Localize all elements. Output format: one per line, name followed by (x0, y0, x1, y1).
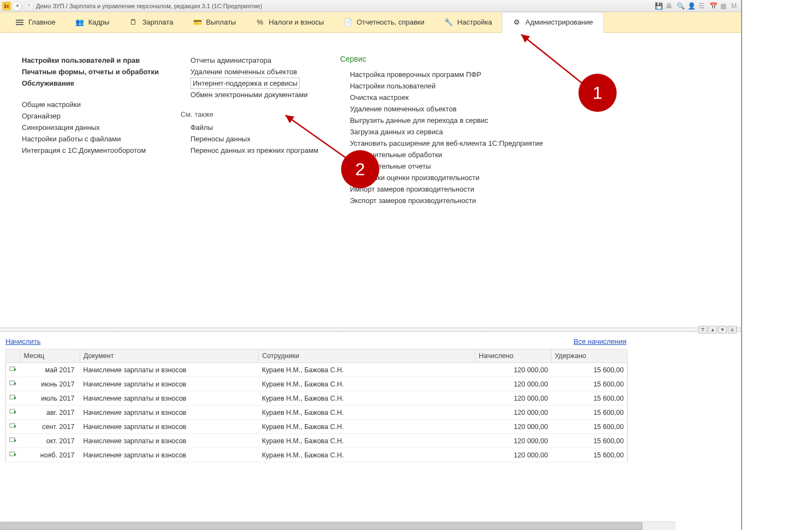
link-data-transfers[interactable]: Переносы данных (181, 133, 318, 145)
cell-acc: 120 000,00 (475, 377, 551, 391)
nav-main[interactable]: Главное (5, 12, 65, 33)
th-ded[interactable]: Удержано (551, 349, 627, 363)
th-doc[interactable]: Документ (80, 349, 259, 363)
cell-month: нояб. 2017 (20, 448, 80, 462)
cell-doc: Начисление зарплаты и взносов (80, 363, 259, 377)
people-icon: 👥 (75, 18, 84, 27)
cell-acc: 120 000,00 (475, 434, 551, 448)
cell-emp: Кураев Н.М., Бажова С.Н. (259, 363, 475, 377)
document-icon (9, 394, 17, 401)
link-edoc-exchange[interactable]: Обмен электронными документами (181, 89, 318, 100)
main-nav: Главное 👥 Кадры 🗒 Зарплата 💳 Выплаты % Н… (0, 12, 741, 33)
link-internet-support[interactable]: Интернет-поддержка и сервисы (190, 78, 300, 89)
split-up-icon[interactable]: ▲ (708, 326, 717, 334)
link-general-settings[interactable]: Общие настройки (22, 99, 159, 110)
link-delete-marked[interactable]: Удаление помеченных объектов (181, 66, 318, 78)
srv-clean[interactable]: Очистка настроек (340, 92, 543, 103)
th-month[interactable]: Месяц (20, 349, 80, 363)
save-icon[interactable]: 💾 (655, 2, 662, 10)
srv-webext[interactable]: Установить расширение для веб-клиента 1С… (340, 138, 543, 149)
annotation-badge-2: 2 (341, 150, 379, 188)
srv-pfr[interactable]: Настройка проверочных программ ПФР (340, 69, 543, 80)
table-row[interactable]: июнь 2017Начисление зарплаты и взносовКу… (6, 377, 628, 391)
srv-perfexp[interactable]: Экспорт замеров производительности (340, 195, 543, 206)
calendar-icon[interactable]: 📅 (709, 2, 717, 10)
link-user-rights[interactable]: Настройки пользователей и прав (22, 55, 159, 66)
link-organizer[interactable]: Органайзер (22, 110, 159, 122)
cell-acc: 120 000,00 (475, 420, 551, 434)
link-1c-docflow[interactable]: Интеграция с 1С:Документооборотом (22, 145, 159, 156)
nav-zarplata[interactable]: 🗒 Зарплата (120, 12, 183, 33)
link-files[interactable]: Файлы (181, 122, 318, 133)
cell-icon (6, 391, 21, 406)
nav-label: Кадры (88, 18, 110, 26)
cell-icon (6, 448, 21, 462)
splitter[interactable]: ⇈ ▲ ▼ ⇊ (0, 327, 741, 332)
srv-delmarked[interactable]: Удаление помеченных объектов (340, 103, 543, 115)
link-file-settings[interactable]: Настройки работы с файлами (22, 133, 159, 145)
cell-emp: Кураев Н.М., Бажова С.Н. (259, 377, 475, 391)
split-down-full-icon[interactable]: ⇊ (728, 326, 737, 334)
print-icon[interactable]: 🖶 (666, 2, 673, 10)
fwd-button[interactable]: ▼ (24, 1, 34, 11)
svg-rect-4 (10, 395, 15, 399)
svg-rect-6 (10, 424, 15, 427)
nav-admin[interactable]: ⚙ Администрирование (502, 12, 604, 33)
cell-icon (6, 363, 21, 377)
cell-icon (6, 434, 21, 448)
cell-doc: Начисление зарплаты и взносов (80, 406, 259, 420)
window-title: Демо ЗУП / Зарплата и управление персона… (36, 3, 655, 9)
m-icon[interactable]: M (731, 2, 739, 10)
nav-otchet[interactable]: 📄 Отчетность, справки (334, 12, 434, 33)
svg-rect-5 (10, 409, 15, 413)
table-row[interactable]: авг. 2017Начисление зарплаты и взносовКу… (6, 406, 628, 420)
table-row[interactable]: нояб. 2017Начисление зарплаты и взносовК… (6, 448, 628, 462)
link-admin-reports[interactable]: Отчеты администратора (181, 55, 318, 66)
srv-users[interactable]: Настройки пользователей (340, 80, 543, 92)
link-maintenance[interactable]: Обслуживание (22, 78, 159, 89)
horizontal-scrollbar[interactable] (0, 521, 676, 530)
nav-kadry[interactable]: 👥 Кадры (65, 12, 120, 33)
nav-nastroika[interactable]: 🔧 Настройка (434, 12, 502, 33)
srv-import[interactable]: Загрузка данных из сервиса (340, 126, 543, 138)
cell-emp: Кураев Н.М., Бажова С.Н. (259, 406, 475, 420)
back-button[interactable]: ◄ (12, 1, 22, 11)
link-data-migrate[interactable]: Перенос данных из прежних программ (181, 145, 318, 156)
cell-doc: Начисление зарплаты и взносов (80, 377, 259, 391)
link-print-forms[interactable]: Печатные формы, отчеты и обработки (22, 66, 159, 78)
th-emp[interactable]: Сотрудники (259, 349, 475, 363)
link-calculate[interactable]: Начислить (5, 337, 40, 346)
table-row[interactable]: июль 2017Начисление зарплаты и взносовКу… (6, 391, 628, 406)
th-icon[interactable] (6, 349, 21, 363)
bottom-panel: Начислить Все начисления Месяц Документ … (0, 332, 741, 462)
list-icon[interactable]: ☰ (698, 2, 706, 10)
split-up-full-icon[interactable]: ⇈ (698, 326, 707, 334)
th-acc[interactable]: Начислено (475, 349, 551, 363)
cell-ded: 15 600,00 (551, 448, 627, 462)
document-icon (9, 451, 17, 457)
search-icon[interactable]: 🔍 (677, 2, 684, 10)
cell-acc: 120 000,00 (475, 406, 551, 420)
srv-export[interactable]: Выгрузить данные для перехода в сервис (340, 115, 543, 126)
titlebar: 1c ◄ ▼ Демо ЗУП / Зарплата и управление … (0, 0, 741, 12)
cell-ded: 15 600,00 (551, 363, 627, 377)
link-all-calcs[interactable]: Все начисления (574, 337, 626, 346)
nav-nalogi[interactable]: % Налоги и взносы (246, 12, 333, 33)
split-down-icon[interactable]: ▼ (718, 326, 727, 334)
link-sync[interactable]: Синхронизация данных (22, 122, 159, 133)
cell-emp: Кураев Н.М., Бажова С.Н. (259, 391, 475, 406)
nav-vyplaty[interactable]: 💳 Выплаты (183, 12, 246, 33)
annotation-badge-1: 1 (578, 74, 617, 112)
table-row[interactable]: сент. 2017Начисление зарплаты и взносовК… (6, 420, 628, 434)
cell-month: окт. 2017 (20, 434, 80, 448)
cell-emp: Кураев Н.М., Бажова С.Н. (259, 420, 475, 434)
table-row[interactable]: окт. 2017Начисление зарплаты и взносовКу… (6, 434, 628, 448)
cell-month: июнь 2017 (20, 377, 80, 391)
cell-month: сент. 2017 (20, 420, 80, 434)
user-icon[interactable]: 👤 (688, 2, 695, 10)
nav-label: Отчетность, справки (357, 18, 425, 26)
service-head: Сервис (340, 55, 543, 63)
table-row[interactable]: май 2017Начисление зарплаты и взносовКур… (6, 363, 628, 377)
cell-doc: Начисление зарплаты и взносов (80, 420, 259, 434)
calc-icon[interactable]: ▦ (720, 2, 728, 10)
